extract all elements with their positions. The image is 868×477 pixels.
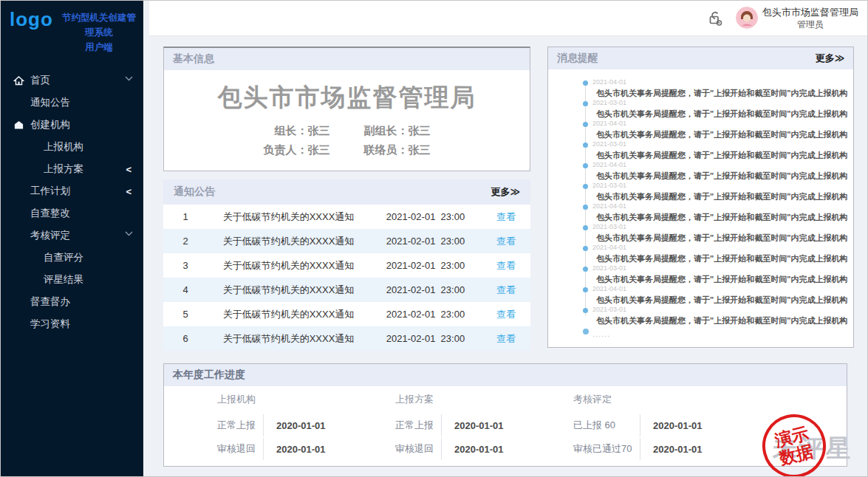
user-info: 包头市市场监督管理局 管理员 <box>762 6 860 31</box>
notice-datetime: 2021-02-01 23:00 <box>369 260 482 271</box>
message-date: 2021-04-01 <box>592 120 847 127</box>
messages-more-link[interactable]: 更多≫ <box>816 52 845 65</box>
progress-header: 本年度工作进度 <box>164 364 847 386</box>
notice-index: 6 <box>163 333 208 344</box>
message-timeline-item: 2021-03-01 包头市机关事务局提醒您，请于"上报开始和截至时间"内完成上… <box>583 306 847 326</box>
progress-col-report-plan: 上报方案 正常上报 2020-01-01 审核退回 2020-01-01 <box>395 393 573 461</box>
message-timeline-item: 2021-03-01 包头市机关事务局提醒您，请于"上报开始和截至时间"内完成上… <box>583 99 847 120</box>
notices-more-link[interactable]: 更多≫ <box>491 185 520 199</box>
notice-index: 2 <box>163 236 208 247</box>
sidebar-nav: 首页 通知公告 创建机构 上报机构 上报方案 <box>1 69 143 335</box>
message-date: 2021-04-01 <box>592 202 847 210</box>
home-icon <box>13 75 25 86</box>
sidebar-item-study-materials[interactable]: 学习资料 <box>1 313 143 335</box>
message-timeline-item: 2021-03-01 包头市机关事务局提醒您，请于"上报开始和截至时间"内完成上… <box>583 182 847 202</box>
progress-row: 已上报 60 2020-01-01 <box>573 414 751 436</box>
sidebar-item-report-org[interactable]: 上报机构 <box>1 136 143 158</box>
progress-col-assessment: 考核评定 已上报 60 2020-01-01 审核已通过70 2020-01-0… <box>573 393 751 461</box>
notice-title: 关于低碳节约机关的XXXX通知 <box>208 308 369 321</box>
sidebar-item-self-inspection[interactable]: 自查整改 <box>1 202 143 224</box>
notice-table-row[interactable]: 6 关于低碳节约机关的XXXX通知 2021-02-01 23:00 查看 <box>163 326 530 351</box>
notice-index: 1 <box>163 211 208 222</box>
user-role: 管理员 <box>762 18 858 30</box>
message-text: 包头市机关事务局提醒您，请于"上报开始和截至时间"内完成上报机构 <box>596 129 847 140</box>
notice-table-row[interactable]: 3 关于低碳节约机关的XXXX通知 2021-02-01 23:00 查看 <box>163 253 530 278</box>
topbar: 包头市市场监督管理局 管理员 <box>149 1 867 36</box>
notice-view-link[interactable]: 查看 <box>482 332 530 346</box>
demo-data-stamp: 演示 数据 <box>756 408 833 477</box>
message-text: 包头市机关事务局提醒您，请于"上报开始和截至时间"内完成上报机构 <box>596 233 847 244</box>
message-date: 2021-04-01 <box>592 161 847 168</box>
notice-title: 关于低碳节约机关的XXXX通知 <box>208 259 369 272</box>
message-timeline: 2021-04-01 包头市机关事务局提醒您，请于"上报开始和截至时间"内完成上… <box>583 78 847 326</box>
notice-view-link[interactable]: 查看 <box>482 284 530 297</box>
messages-title: 消息提醒 <box>557 52 598 65</box>
progress-col-heading: 考核评定 <box>573 393 751 406</box>
sidebar: logo 节约型机关创建管理系统 用户端 首页 通知公告 <box>1 1 143 476</box>
message-timeline-item: 2021-04-01 包头市机关事务局提醒您，请于"上报开始和截至时间"内完成上… <box>583 120 847 140</box>
sidebar-item-supervision[interactable]: 督查督办 <box>1 291 143 313</box>
message-date: 2021-03-01 <box>592 264 847 272</box>
progress-panel: 本年度工作进度 上报机构 正常上报 2020-01-01 审核退回 2020-0… <box>163 363 847 467</box>
progress-row: 正常上报 2020-01-01 <box>395 414 573 436</box>
sidebar-item-home[interactable]: 首页 <box>1 69 143 92</box>
message-text: 包头市机关事务局提醒您，请于"上报开始和截至时间"内完成上报机构 <box>596 191 847 202</box>
progress-col-heading: 上报机构 <box>217 393 395 406</box>
sidebar-item-work-plan[interactable]: 工作计划 <box>1 180 143 202</box>
field-leader: 组长：张三 <box>275 124 330 138</box>
notice-view-link[interactable]: 查看 <box>482 259 530 272</box>
notice-table-row[interactable]: 5 关于低碳节约机关的XXXX通知 2021-02-01 23:00 查看 <box>163 302 530 326</box>
field-person-in-charge: 负责人：张三 <box>264 143 330 157</box>
message-date: 2021-04-01 <box>592 244 847 251</box>
notice-view-link[interactable]: 查看 <box>482 210 530 224</box>
user-menu[interactable]: 包头市市场监督管理局 管理员 <box>736 6 860 31</box>
sidebar-item-self-score[interactable]: 自查评分 <box>1 247 143 269</box>
notice-title: 关于低碳节约机关的XXXX通知 <box>208 284 369 297</box>
notices-title: 通知公告 <box>174 185 215 199</box>
org-fields: 组长：张三 副组长：张三 负责人：张三 联络员：张三 <box>164 124 530 157</box>
main-area: 包头市市场监督管理局 管理员 基本信息 包头市市场监督管理局 <box>143 1 867 476</box>
messages-header: 消息提醒 更多≫ <box>548 47 853 69</box>
message-text: 包头市机关事务局提醒您，请于"上报开始和截至时间"内完成上报机构 <box>596 109 847 120</box>
lock-settings-icon[interactable] <box>706 10 724 27</box>
message-timeline-item: 2021-04-01 包头市机关事务局提醒您，请于"上报开始和截至时间"内完成上… <box>583 285 847 306</box>
app-window: logo 节约型机关创建管理系统 用户端 首页 通知公告 <box>0 0 868 477</box>
sidebar-item-notices[interactable]: 通知公告 <box>1 92 143 114</box>
logo: logo <box>10 8 53 31</box>
notice-index: 5 <box>163 309 208 320</box>
notice-view-link[interactable]: 查看 <box>482 308 530 321</box>
message-text: 包头市机关事务局提醒您，请于"上报开始和截至时间"内完成上报机构 <box>596 150 847 161</box>
notice-table-row[interactable]: 1 关于低碳节约机关的XXXX通知 2021-02-01 23:00 查看 <box>163 205 530 229</box>
message-timeline-item: 2021-04-01 包头市机关事务局提醒您，请于"上报开始和截至时间"内完成上… <box>583 244 847 264</box>
basic-info-panel: 基本信息 包头市市场监督管理局 组长：张三 副组长：张三 负责人：张三 联络员：… <box>163 47 530 171</box>
sidebar-item-star-result[interactable]: 评星结果 <box>1 269 143 291</box>
sidebar-item-report-plan[interactable]: 上报方案 <box>1 158 143 180</box>
notice-table-row[interactable]: 4 关于低碳节约机关的XXXX通知 2021-02-01 23:00 查看 <box>163 278 530 302</box>
app-title: 节约型机关创建管理系统 用户端 <box>59 10 139 55</box>
avatar[interactable] <box>736 7 758 29</box>
message-text: 包头市机关事务局提醒您，请于"上报开始和截至时间"内完成上报机构 <box>596 253 847 264</box>
notice-datetime: 2021-02-01 23:00 <box>369 211 482 222</box>
notice-index: 3 <box>163 260 208 271</box>
field-liaison: 联络员：张三 <box>364 143 431 157</box>
notice-view-link[interactable]: 查看 <box>482 235 530 248</box>
sidebar-item-assessment[interactable]: 考核评定 <box>1 224 143 247</box>
content: 基本信息 包头市市场监督管理局 组长：张三 副组长：张三 负责人：张三 联络员：… <box>143 36 867 476</box>
field-deputy-leader: 副组长：张三 <box>364 124 431 138</box>
progress-col-report-org: 上报机构 正常上报 2020-01-01 审核退回 2020-01-01 <box>217 393 395 461</box>
message-date: 2021-04-01 <box>592 78 847 86</box>
org-title: 包头市市场监督管理局 <box>164 81 530 114</box>
notices-header: 通知公告 更多≫ <box>163 179 530 205</box>
sidebar-item-create-org[interactable]: 创建机构 <box>1 114 143 136</box>
basic-info-header: 基本信息 <box>164 48 530 70</box>
timeline-ellipsis: ...... <box>583 326 847 341</box>
notice-datetime: 2021-02-01 23:00 <box>369 284 482 295</box>
notice-datetime: 2021-02-01 23:00 <box>369 309 482 320</box>
progress-col-heading: 上报方案 <box>395 393 573 406</box>
basic-info-title: 基本信息 <box>173 52 214 66</box>
sidebar-logo-area: logo 节约型机关创建管理系统 用户端 <box>1 1 143 64</box>
notice-table-row[interactable]: 2 关于低碳节约机关的XXXX通知 2021-02-01 23:00 查看 <box>163 229 530 253</box>
chevron-down-icon <box>125 72 133 83</box>
message-date: 2021-03-01 <box>592 306 847 313</box>
message-timeline-item: 2021-03-01 包头市机关事务局提醒您，请于"上报开始和截至时间"内完成上… <box>583 223 847 244</box>
